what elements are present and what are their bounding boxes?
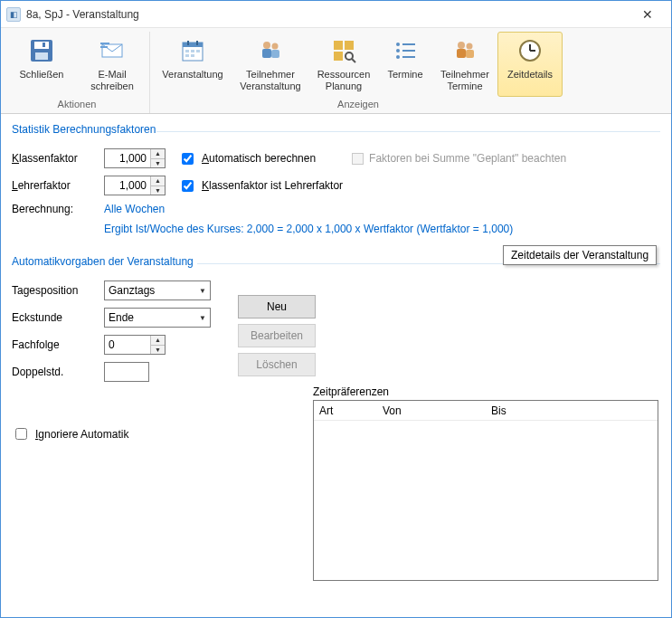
zeitdetails-tooltip: Zeitdetails der Veranstaltung: [503, 245, 657, 265]
svg-rect-6: [100, 46, 108, 48]
email-icon: [98, 36, 127, 65]
tagesposition-combo[interactable]: Ganztags ▼: [104, 280, 211, 300]
svg-rect-11: [185, 50, 189, 52]
svg-rect-32: [457, 49, 466, 58]
new-button[interactable]: Neu: [238, 295, 316, 319]
zeitpref-list[interactable]: Art Von Bis: [313, 400, 658, 581]
lehrerfaktor-label: Lehrerfaktor: [12, 179, 104, 192]
factors-geplant-checkbox: Faktoren bei Summe "Geplant" beachten: [352, 152, 566, 165]
k-is-l-label: Klassenfaktor ist Lehrerfaktor: [202, 179, 343, 192]
svg-rect-22: [334, 52, 343, 61]
svg-point-25: [396, 43, 400, 46]
edit-button: Bearbeiten: [238, 324, 316, 347]
delete-button-label: Löschen: [256, 358, 297, 371]
svg-point-29: [396, 55, 400, 59]
col-von[interactable]: Von: [383, 404, 491, 417]
svg-rect-21: [345, 41, 354, 50]
ignore-automatik-checkbox[interactable]: Ignoriere Automatik: [12, 425, 220, 442]
auto-calc-label: Automatisch berechnen: [202, 152, 316, 165]
svg-rect-8: [183, 43, 203, 47]
teilnehmer-termine-button[interactable]: Teilnehmer Termine: [432, 32, 497, 97]
email-button[interactable]: E-Mail schreiben: [77, 32, 147, 97]
svg-rect-30: [402, 56, 415, 58]
chevron-down-icon: ▼: [199, 287, 206, 295]
berechnung-formula: Ergibt Ist/Woche des Kurses: 2,000 = 2,0…: [104, 223, 513, 235]
clock-icon: [516, 36, 544, 65]
svg-rect-15: [191, 54, 194, 57]
svg-point-31: [458, 42, 465, 49]
auto-calc-checkbox[interactable]: Automatisch berechnen: [178, 150, 316, 167]
spin-up-icon[interactable]: ▲: [151, 176, 165, 186]
svg-point-23: [345, 52, 353, 60]
delete-button: Löschen: [238, 353, 316, 376]
disabled-checkbox-icon: [352, 153, 364, 165]
spin-up-icon[interactable]: ▲: [151, 336, 165, 346]
klassenfaktor-input[interactable]: ▲▼: [104, 148, 166, 168]
zeitpref-title: Zeitpräferenzen: [313, 385, 389, 398]
ressourcen-planung-button[interactable]: Ressourcen Planung: [309, 32, 378, 97]
eckstunde-combo[interactable]: Ende ▼: [104, 308, 211, 328]
zeitdetails-button[interactable]: Zeitdetails: [497, 32, 563, 97]
svg-point-27: [396, 49, 400, 52]
berechnung-label: Berechnung:: [12, 203, 104, 215]
lehrerfaktor-field[interactable]: [105, 176, 150, 195]
veranstaltung-button[interactable]: Veranstaltung: [154, 32, 232, 97]
teilnehmer-veranstaltung-button-label: Teilnehmer Veranstaltung: [240, 69, 300, 92]
veranstaltung-button-label: Veranstaltung: [162, 69, 222, 92]
stats-section-title: Statistik Berechnungsfaktoren: [12, 123, 660, 136]
svg-rect-34: [466, 50, 474, 58]
spin-down-icon[interactable]: ▼: [151, 186, 165, 195]
termine-button[interactable]: Termine: [378, 32, 432, 97]
col-art[interactable]: Art: [319, 404, 383, 417]
spin-down-icon[interactable]: ▼: [151, 159, 165, 168]
ribbon-group-aktionen-label: Aktionen: [6, 99, 147, 111]
ignore-automatik-check[interactable]: [15, 428, 27, 440]
doppelstd-field[interactable]: [104, 362, 149, 382]
new-button-label: Neu: [267, 300, 287, 313]
factors-geplant-label: Faktoren bei Summe "Geplant" beachten: [369, 152, 566, 165]
fachfolge-field[interactable]: [105, 336, 150, 354]
email-button-label: E-Mail schreiben: [90, 69, 134, 92]
svg-rect-12: [191, 50, 194, 52]
svg-line-24: [352, 59, 355, 62]
svg-rect-13: [196, 50, 200, 52]
doppelstd-label: Doppelstd.: [12, 366, 104, 378]
svg-rect-17: [262, 49, 271, 58]
svg-rect-14: [185, 54, 189, 57]
close-button[interactable]: Schließen: [6, 32, 77, 97]
spin-down-icon[interactable]: ▼: [151, 346, 165, 355]
edit-button-label: Bearbeiten: [251, 329, 303, 342]
svg-rect-2: [35, 52, 48, 60]
auto-calc-check[interactable]: [182, 153, 194, 165]
lehrerfaktor-input[interactable]: ▲▼: [104, 176, 166, 195]
svg-rect-20: [334, 41, 343, 50]
k-is-l-check[interactable]: [182, 180, 194, 192]
termine-button-label: Termine: [387, 69, 422, 92]
klassenfaktor-label: Klassenfaktor: [12, 152, 104, 165]
svg-point-16: [263, 42, 270, 49]
tagesposition-label: Tagesposition: [12, 284, 104, 297]
k-is-l-checkbox[interactable]: Klassenfaktor ist Lehrerfaktor: [178, 177, 343, 195]
eckstunde-label: Eckstunde: [12, 311, 104, 324]
svg-rect-19: [271, 50, 279, 58]
fachfolge-label: Fachfolge: [12, 338, 104, 351]
klassenfaktor-field[interactable]: [105, 149, 150, 167]
teilnehmer-veranstaltung-button[interactable]: Teilnehmer Veranstaltung: [232, 32, 309, 97]
resources-icon: [329, 36, 358, 65]
fachfolge-input[interactable]: ▲▼: [104, 335, 166, 355]
berechnung-value[interactable]: Alle Wochen: [104, 203, 165, 215]
svg-point-33: [467, 43, 473, 50]
zeitdetails-button-label: Zeitdetails: [507, 69, 553, 92]
col-bis[interactable]: Bis: [491, 404, 506, 417]
svg-rect-5: [100, 43, 109, 44]
svg-rect-26: [402, 43, 415, 45]
svg-rect-3: [43, 43, 45, 47]
close-window-button[interactable]: ✕: [629, 5, 666, 24]
teilnehmer-termine-button-label: Teilnehmer Termine: [440, 69, 489, 92]
app-icon: ◧: [6, 7, 21, 22]
list-icon: [391, 36, 420, 65]
close-button-label: Schließen: [20, 69, 64, 92]
spin-up-icon[interactable]: ▲: [151, 149, 165, 159]
window-title: 8a, SpJ - Veranstaltung: [26, 8, 139, 21]
ignore-automatik-label: Ignoriere Automatik: [35, 428, 128, 441]
